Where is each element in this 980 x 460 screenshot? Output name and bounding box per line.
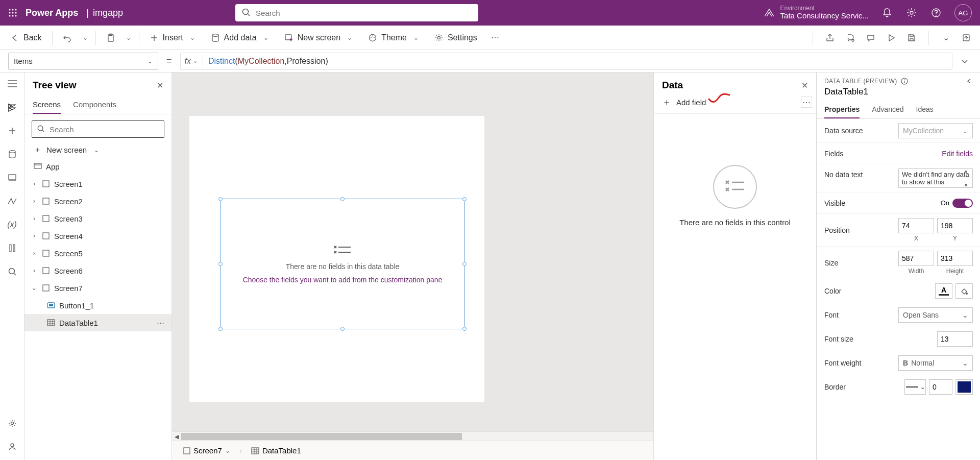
resize-handle[interactable] (340, 197, 345, 201)
save-icon[interactable] (906, 32, 917, 43)
design-canvas[interactable]: There are no fields in this data table C… (189, 116, 484, 402)
resize-handle[interactable] (218, 197, 223, 201)
tree-item-datatable1[interactable]: DataTable1⋯ (24, 314, 172, 331)
expand-formula-icon[interactable] (958, 54, 972, 68)
expand-props-icon[interactable] (966, 78, 973, 85)
share-icon[interactable] (824, 32, 836, 43)
publish-icon[interactable] (961, 32, 972, 43)
tree-item-screen5[interactable]: ›Screen5 (24, 245, 172, 262)
settings-rail-icon[interactable] (6, 417, 18, 429)
app-checker-icon[interactable] (845, 32, 856, 43)
waffle-icon[interactable] (0, 8, 26, 17)
tab-components[interactable]: Components (73, 96, 116, 114)
tree-item-screen1[interactable]: ›Screen1 (24, 175, 172, 192)
fill-color-button[interactable] (955, 283, 973, 299)
position-x-input[interactable] (898, 218, 934, 233)
paste-chevron[interactable]: ⌄ (124, 34, 134, 41)
insert-button[interactable]: Insert ⌄ (144, 30, 203, 45)
breadcrumb-control[interactable]: DataTable1 (247, 444, 305, 457)
data-source-dropdown[interactable]: MyCollection ⌄ (898, 123, 973, 138)
tab-ideas[interactable]: Ideas (916, 101, 934, 118)
tools-rail-icon[interactable] (6, 242, 18, 254)
no-data-text-input[interactable]: We didn't find any data to show at this (898, 168, 973, 188)
new-screen-button[interactable]: New screen ⌄ (279, 30, 360, 45)
tree-item-screen3[interactable]: ›Screen3 (24, 210, 172, 227)
product-title[interactable]: Power Apps (26, 8, 78, 18)
save-chevron[interactable]: ⌄ (940, 32, 951, 43)
resize-handle[interactable] (340, 327, 345, 331)
font-dropdown[interactable]: Open Sans ⌄ (898, 307, 973, 323)
flows-rail-icon[interactable] (6, 195, 18, 207)
hamburger-icon[interactable] (6, 78, 18, 90)
media-rail-icon[interactable] (6, 172, 18, 184)
close-tree-icon[interactable]: ✕ (157, 81, 163, 90)
info-icon[interactable] (901, 78, 908, 85)
environment-picker[interactable]: Environment Tata Consultancy Servic... (763, 5, 869, 20)
scroll-up-icon[interactable]: ▲ (964, 168, 972, 174)
font-size-input[interactable] (937, 331, 973, 347)
virtual-agent-icon[interactable] (6, 441, 18, 453)
chevron-down-icon[interactable]: ⌄ (225, 447, 230, 454)
property-selector[interactable]: Items ⌄ (8, 53, 158, 70)
size-width-input[interactable] (898, 251, 934, 266)
chevron-right-icon[interactable]: › (31, 267, 38, 274)
insert-rail-icon[interactable] (6, 125, 18, 137)
resize-handle[interactable] (462, 262, 467, 266)
tree-item-screen2[interactable]: ›Screen2 (24, 192, 172, 210)
play-icon[interactable] (886, 32, 897, 43)
close-data-panel-icon[interactable]: ✕ (801, 81, 808, 90)
tab-advanced[interactable]: Advanced (872, 101, 903, 118)
back-button[interactable]: Back (5, 30, 47, 45)
tab-screens[interactable]: Screens (33, 96, 61, 114)
data-rail-icon[interactable] (6, 148, 18, 160)
data-panel-more-button[interactable]: ⋯ (801, 96, 812, 108)
font-weight-dropdown[interactable]: BNormal ⌄ (898, 355, 973, 371)
font-color-button[interactable]: A (935, 283, 952, 299)
tree-search-input[interactable] (32, 120, 164, 138)
position-y-input[interactable] (937, 218, 973, 233)
new-screen-tree-button[interactable]: ＋ New screen ⌄ (24, 142, 172, 158)
paste-button[interactable] (101, 30, 120, 45)
account-avatar[interactable]: AG (954, 4, 972, 21)
add-data-button[interactable]: Add data ⌄ (206, 30, 276, 45)
size-height-input[interactable] (937, 251, 973, 266)
border-width-input[interactable] (929, 379, 952, 395)
resize-handle[interactable] (462, 327, 467, 331)
formula-bar[interactable]: fx ⌄ Distinct( MyCollection, Profession … (180, 53, 952, 70)
tree-item-screen7[interactable]: ⌄Screen7 (24, 279, 172, 297)
scroll-down-icon[interactable]: ▼ (964, 183, 972, 188)
edit-fields-link[interactable]: Edit fields (942, 150, 973, 158)
scrollbar-thumb[interactable] (181, 433, 462, 440)
notifications-icon[interactable] (881, 7, 893, 19)
tree-item-app[interactable]: App (24, 158, 172, 175)
settings-gear-icon[interactable] (905, 7, 918, 19)
chevron-right-icon[interactable]: › (31, 250, 38, 257)
more-dots-icon[interactable]: ⋯ (157, 318, 164, 327)
variables-rail-icon[interactable]: (x) (6, 219, 18, 231)
tab-properties[interactable]: Properties (824, 101, 860, 118)
scroll-left-icon[interactable]: ◀ (173, 433, 180, 440)
comments-icon[interactable] (865, 32, 876, 43)
overflow-button[interactable]: ⋯ (485, 30, 505, 45)
visible-toggle[interactable] (952, 199, 973, 208)
add-field-button[interactable]: ＋ Add field (662, 96, 706, 108)
border-color-button[interactable] (955, 379, 973, 395)
settings-button[interactable]: Settings (429, 30, 482, 45)
selected-datatable[interactable]: There are no fields in this data table C… (220, 199, 465, 329)
resize-handle[interactable] (462, 197, 467, 201)
resize-handle[interactable] (218, 327, 223, 331)
search-rail-icon[interactable] (6, 265, 18, 278)
border-style-dropdown[interactable]: ⌄ (904, 379, 926, 395)
breadcrumb-screen[interactable]: Screen7 ⌄ (179, 444, 234, 457)
tree-view-icon[interactable] (6, 101, 18, 113)
theme-button[interactable]: Theme ⌄ (363, 30, 426, 45)
chevron-right-icon[interactable]: › (31, 180, 38, 187)
tree-item-screen6[interactable]: ›Screen6 (24, 262, 172, 279)
fx-chevron[interactable]: ⌄ (193, 58, 198, 64)
resize-handle[interactable] (218, 262, 223, 266)
tree-item-screen4[interactable]: ›Screen4 (24, 227, 172, 245)
control-name[interactable]: DataTable1 (817, 87, 980, 101)
chevron-right-icon[interactable]: › (31, 232, 38, 239)
tree-item-button1_1[interactable]: Button1_1 (24, 297, 172, 314)
undo-chevron[interactable]: ⌄ (80, 34, 90, 41)
